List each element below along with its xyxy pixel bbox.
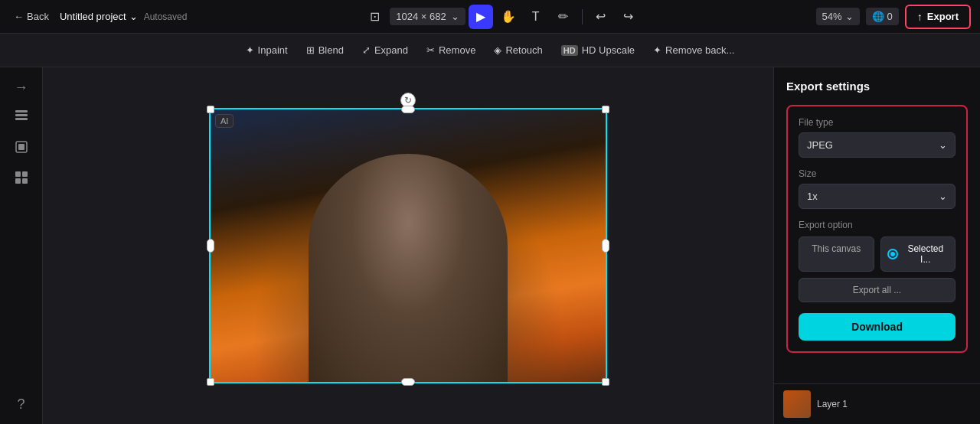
sidebar-arrow-icon: → (15, 80, 28, 96)
selected-image-option[interactable]: Selected I... (880, 236, 956, 272)
project-chevron-icon: ⌄ (129, 11, 138, 22)
export-arrow-icon: ↑ (917, 11, 923, 23)
hd-icon: HD (561, 45, 578, 56)
svg-rect-2 (15, 110, 28, 113)
undo-icon: ↩ (596, 9, 606, 24)
download-label: Download (851, 321, 903, 333)
sidebar-resize-icon (14, 139, 29, 158)
export-all-label: Export all ... (853, 285, 901, 295)
hand-tool-button[interactable]: ✋ (496, 5, 521, 29)
svg-rect-8 (22, 178, 28, 184)
export-option-label: Export option (799, 220, 956, 230)
canvas-size-label: 1024 × 682 (396, 11, 446, 22)
layer-name: Layer 1 (817, 399, 848, 409)
remove-label: Remove (439, 44, 475, 56)
hd-upscale-button[interactable]: HD HD Upscale (554, 41, 642, 60)
text-tool-button[interactable]: T (524, 5, 548, 29)
topbar-right: 54% ⌄ 🌐 0 ↑ Export (816, 5, 971, 29)
export-options-row: This canvas Selected I... (799, 236, 956, 272)
retouch-button[interactable]: ◈ Retouch (486, 41, 550, 60)
layer-thumbnail (783, 390, 811, 418)
svg-rect-5 (15, 171, 21, 177)
pen-tool-button[interactable]: ✏ (551, 5, 576, 29)
this-canvas-label: This canvas (812, 243, 861, 254)
hd-upscale-label: HD Upscale (582, 44, 635, 56)
expand-button[interactable]: ⤢ Expand (354, 41, 416, 60)
export-panel-title: Export settings (786, 80, 968, 93)
selected-label: Selected I... (903, 243, 949, 265)
credits-count: 0 (887, 11, 893, 22)
canvas-container: AI ↻ (209, 108, 607, 383)
expand-icon: ⤢ (362, 44, 371, 56)
size-dropdown[interactable]: 1x ⌄ (799, 184, 956, 209)
file-type-value: JPEG (807, 139, 833, 151)
export-label: Export (927, 11, 959, 22)
this-canvas-option[interactable]: This canvas (799, 236, 874, 272)
help-button[interactable]: ? (8, 390, 35, 418)
grid-icon (14, 170, 29, 189)
expand-label: Expand (374, 44, 408, 56)
size-value: 1x (807, 191, 818, 202)
credits-button[interactable]: 🌐 0 (866, 8, 899, 25)
remove-back-icon: ✦ (653, 44, 662, 56)
file-type-chevron-icon: ⌄ (939, 139, 947, 151)
radio-selected-icon (887, 249, 898, 259)
secondary-toolbar: ✦ Inpaint ⊞ Blend ⤢ Expand ✂ Remove ◈ Re… (0, 34, 980, 67)
export-button[interactable]: ↑ Export (905, 5, 971, 29)
zoom-chevron-icon: ⌄ (845, 11, 854, 22)
remove-button[interactable]: ✂ Remove (419, 41, 483, 60)
project-name-label: Untitled project (60, 11, 126, 22)
retouch-label: Retouch (505, 44, 542, 56)
file-type-label: File type (799, 117, 956, 128)
inpaint-icon: ✦ (246, 44, 254, 56)
help-icon: ? (17, 396, 24, 413)
file-type-dropdown[interactable]: JPEG ⌄ (799, 132, 956, 158)
remove-back-button[interactable]: ✦ Remove back... (645, 41, 742, 60)
blend-icon: ⊞ (306, 44, 315, 56)
sidebar-grid-button[interactable] (8, 165, 35, 193)
rotate-handle[interactable]: ↻ (400, 93, 416, 108)
topbar: ← Back Untitled project ⌄ Autosaved ⊡ 10… (0, 0, 980, 34)
svg-rect-6 (22, 171, 28, 177)
back-label: Back (27, 11, 49, 22)
redo-button[interactable]: ↪ (616, 5, 641, 29)
person-layer (309, 154, 508, 383)
zoom-button[interactable]: 54% ⌄ (816, 8, 860, 25)
project-name[interactable]: Untitled project ⌄ (60, 11, 138, 22)
main-area: → (0, 67, 980, 424)
export-all-button[interactable]: Export all ... (799, 278, 956, 302)
hand-icon: ✋ (501, 9, 516, 24)
select-tool-button[interactable]: ▶ (469, 5, 493, 29)
export-settings-box: File type JPEG ⌄ Size 1x ⌄ Export option… (786, 105, 968, 353)
layer-section: Layer 1 (774, 383, 980, 424)
export-panel: Export settings File type JPEG ⌄ Size 1x… (774, 67, 980, 383)
sidebar-resize-button[interactable] (8, 135, 35, 162)
right-panel: Export settings File type JPEG ⌄ Size 1x… (773, 67, 980, 424)
inpaint-button[interactable]: ✦ Inpaint (238, 41, 296, 60)
sidebar-arrow-button[interactable]: → (8, 73, 35, 101)
download-button[interactable]: Download (799, 313, 956, 341)
select-icon: ▶ (476, 9, 485, 24)
svg-rect-1 (15, 118, 28, 120)
canvas-area[interactable]: AI ↻ (43, 67, 773, 424)
zoom-label: 54% (822, 11, 842, 22)
sidebar-layers-button[interactable] (8, 104, 35, 132)
pen-icon: ✏ (558, 9, 568, 24)
undo-button[interactable]: ↩ (589, 5, 613, 29)
back-button[interactable]: ← Back (9, 8, 54, 25)
resize-tool-button[interactable]: ⊡ (362, 5, 387, 29)
blend-button[interactable]: ⊞ Blend (299, 41, 351, 60)
globe-icon: 🌐 (872, 11, 884, 22)
blend-label: Blend (318, 44, 344, 56)
remove-back-label: Remove back... (665, 44, 734, 56)
left-sidebar: → (0, 67, 43, 424)
radio-dot-inner (890, 252, 895, 256)
redo-icon: ↪ (623, 9, 633, 24)
canvas-size-chevron-icon: ⌄ (451, 11, 459, 22)
retouch-icon: ◈ (494, 44, 501, 56)
ai-badge: AI (215, 114, 234, 128)
text-icon: T (532, 10, 540, 24)
svg-rect-7 (15, 178, 21, 184)
separator (582, 9, 583, 24)
canvas-size-button[interactable]: 1024 × 682 ⌄ (390, 8, 465, 25)
